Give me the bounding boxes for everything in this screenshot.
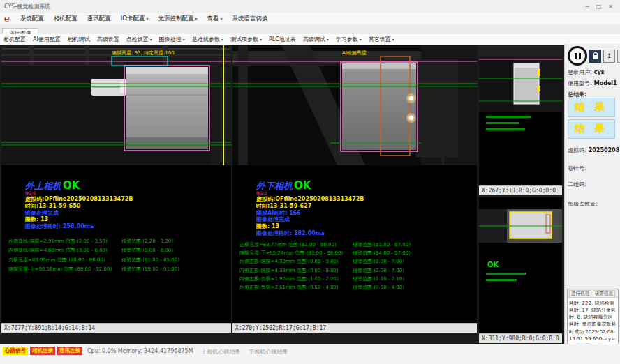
- menu-item[interactable]: 通讯配置: [82, 15, 116, 23]
- log-box: 运行信息 设置信息 错误信息 耗时: 222, 缺陷检测耗时: 17, 缺陷分类…: [567, 289, 619, 344]
- status-badges: 心跳信号 相机连接 通讯连接: [3, 347, 82, 355]
- pixel-caption-lower: X:270;Y:2502;R:17;G:17;B:17: [232, 323, 477, 333]
- titlebar: CYS-视觉检测系统 ─ □ ✕: [0, 0, 620, 13]
- status-line: 图像处理完成: [25, 210, 133, 217]
- toolbar-item[interactable]: 高级调试 ▾: [300, 36, 332, 43]
- camera-image-lower[interactable]: AI检测高度: [232, 45, 477, 165]
- pixel-caption-upper: X:7677;Y:891;R:14;G:14;B:14: [1, 323, 231, 333]
- model-value: Model1: [594, 80, 617, 86]
- pixel-caption-thumb-bottom: X:311;Y:980;R:0;G:0;B:0: [479, 333, 562, 343]
- measurement-row: 外侧正极-负极=2.61mm 范围:(0.60 - 4.00) 报警范围:(0.…: [239, 283, 475, 291]
- window-title: CYS-视觉检测系统: [4, 3, 50, 10]
- dropdown-arrow-icon: ▾: [392, 37, 394, 42]
- menu-item[interactable]: 相机配置: [49, 15, 82, 23]
- toolbar: 相机配置 AI使用配置 相机调试 高级设置 点检设置 ▾: [0, 34, 620, 45]
- dropdown-arrow-icon: ▾: [260, 37, 262, 42]
- measurement-row: 内侧正极-负极=1.90mm 范围:(1.00 - 2.20) 报警范围:(1.…: [239, 275, 475, 283]
- menu-item[interactable]: 系统配置: [15, 15, 49, 23]
- login-user-row: 登录用户: cys: [568, 68, 619, 76]
- toolbar-item[interactable]: AI使用配置: [29, 36, 64, 43]
- virtual-code-value: 20250208: [589, 147, 619, 153]
- measurement-row: 内侧直线-隔膜=4.60mm 范围:(3.00 - 6.00) 报警范围:(0.…: [8, 246, 230, 256]
- time-line: 时间:13-31-59-650: [25, 203, 133, 210]
- toolbar-item[interactable]: 其它设置 ▾: [365, 36, 398, 43]
- toolbar-item[interactable]: 相机调试: [64, 36, 94, 43]
- return-button[interactable]: ↵: [617, 50, 620, 63]
- measurement-row: 负极宽度=83.05mm 范围:(80.00 - 86.00) 报警范围:(81…: [8, 255, 230, 265]
- camera-image-upper[interactable]: 隔膜高度: 93, 待定高度:100: [1, 45, 231, 165]
- elapsed-line: 图像处理耗时: 258.00ms: [25, 223, 133, 230]
- tab-row: 运行图像: [0, 24, 620, 35]
- status-bar: 心跳信号 相机连接 通讯连接 Cpu: 0.0% Memory: 3424.41…: [0, 344, 620, 364]
- measurement-list-lower: 正极宽度=83.77mm 范围:(82.00 - 88.00) 报警范围:(83…: [239, 241, 475, 291]
- log-tab[interactable]: 错误信息: [617, 290, 619, 298]
- elapsed-line: 图像处理耗时: 182.00ms: [256, 230, 364, 237]
- pause-button[interactable]: [568, 46, 587, 66]
- pause-icon: [579, 53, 581, 59]
- small-text-line: [486, 273, 526, 275]
- model-row: 使用型号: Model1: [568, 79, 619, 87]
- camera-view-lower: AI检测高度 外下相机OK NG:0 虚拟码:OFfline2025020813…: [232, 45, 477, 333]
- lock-button[interactable]: [589, 50, 601, 63]
- result-ok-badge: OK: [487, 261, 562, 268]
- barcode-line: 虚拟码:OFfline2025020813313472B: [256, 196, 364, 203]
- menu-items: 系统配置 相机配置 通讯配置 IO卡配置 ▾ 光源控制配置 ▾: [15, 15, 273, 23]
- qr-row: 二维码:: [568, 181, 619, 188]
- status-badge: 通讯连接: [57, 347, 82, 355]
- thumbnail-image-top[interactable]: [479, 45, 562, 112]
- menu-item[interactable]: 系统语言切换: [228, 15, 273, 23]
- dropdown-arrow-icon: ▾: [221, 16, 223, 21]
- toolbar-item[interactable]: 图像处理 ▾: [156, 36, 189, 43]
- measurement-row: 内侧正极-隔膜=4.38mm 范围:(0.00 - 9.00) 报警范围:(2.…: [239, 266, 475, 275]
- toolbar-item[interactable]: 学习参数 ▾: [332, 36, 365, 43]
- thumbnail-view-bottom: OK X:311;Y:980;R:0;G:0;B:0: [479, 197, 562, 343]
- camera-view-upper: 隔膜高度: 93, 待定高度:100 外上相机OK NG:0 虚拟码:OFfli…: [1, 45, 231, 333]
- close-icon[interactable]: ✕: [608, 3, 613, 10]
- toolbar-item[interactable]: 相机配置: [0, 36, 29, 43]
- toolbar-item[interactable]: 高级设置: [94, 36, 123, 43]
- barcode-line: 虚拟码:OFfline2025020813313472B: [25, 196, 133, 203]
- pixel-caption-thumb-top: X:267;Y:13;R:0;G:0;B:0: [479, 185, 562, 195]
- status-badge: 心跳信号: [3, 347, 28, 355]
- toolbar-item[interactable]: 测试项参数 ▾: [227, 36, 265, 43]
- measurement-row: 隔膜宽度-下=95.24mm 范围:(93.00 - 98.00) 报警范围:(…: [239, 249, 475, 257]
- small-text-line: [486, 122, 519, 124]
- ng-note: NG:0: [25, 190, 36, 195]
- dropdown-arrow-icon: ▾: [147, 16, 149, 21]
- measurement-row: 隔膜宽度-上=90.56mm 范围:(88.00 - 92.00) 报警范围:(…: [8, 265, 230, 275]
- lock-icon: [593, 55, 598, 59]
- overlay-label-upper: 隔膜高度: 93, 待定高度:100: [112, 50, 175, 56]
- log-tab[interactable]: 运行信息: [569, 290, 591, 298]
- result-lines-lower: 虚拟码:OFfline2025020813313472B 时间:13-31-59…: [256, 196, 364, 237]
- upload-button[interactable]: ↥: [603, 50, 615, 63]
- log-text: 耗时: 222, 缺陷检测耗时: 17, 缺陷分类耗时: 0, 缺陷视频分区耗时…: [568, 298, 618, 344]
- time-line: 时间:13-31-59-627: [256, 203, 364, 210]
- overlay-label-lower: AI检测高度: [342, 50, 367, 56]
- needle-row: 卷针号:: [568, 165, 619, 172]
- pause-icon: [575, 53, 577, 59]
- app-logo-icon: ℮: [4, 14, 10, 23]
- dropdown-arrow-icon: ▾: [195, 16, 198, 21]
- menu-item[interactable]: 查看 ▾: [202, 15, 228, 23]
- lower-camera-heartbeat: 下相机心跳结果: [249, 347, 288, 356]
- measurement-row: 正极宽度=83.77mm 范围:(82.00 - 88.00) 报警范围:(83…: [239, 241, 475, 249]
- log-tab[interactable]: 设置信息: [593, 290, 615, 298]
- dropdown-arrow-icon: ▾: [327, 37, 329, 42]
- count-row: 负极库数量:: [568, 200, 619, 208]
- upper-camera-heartbeat: 上相机心跳结果: [202, 347, 241, 356]
- result-ok-badge: OK: [294, 179, 311, 192]
- toolbar-item[interactable]: 点检设置 ▾: [123, 36, 156, 43]
- toolbar-item[interactable]: 基准线参数 ▾: [189, 36, 227, 43]
- minimize-icon[interactable]: ─: [586, 3, 589, 10]
- spacer: [479, 197, 562, 209]
- menu-item[interactable]: 光源控制配置 ▾: [154, 15, 202, 23]
- menu-item[interactable]: IO卡配置 ▾: [116, 15, 154, 23]
- result-lines-upper: 虚拟码:OFfline2025020813313472B 时间:13-31-59…: [25, 196, 133, 230]
- result-info-upper: 外上相机OK NG:0 虚拟码:OFfline2025020813313472B…: [1, 165, 231, 323]
- up-arrow-icon: ↥: [607, 52, 612, 59]
- thumbnail-info-top: [479, 112, 562, 185]
- result-ok-badge: OK: [63, 179, 80, 192]
- toolbar-item[interactable]: PLC地址表: [265, 36, 300, 43]
- thumbnail-image-bottom[interactable]: [479, 209, 562, 243]
- maximize-icon[interactable]: □: [596, 3, 602, 10]
